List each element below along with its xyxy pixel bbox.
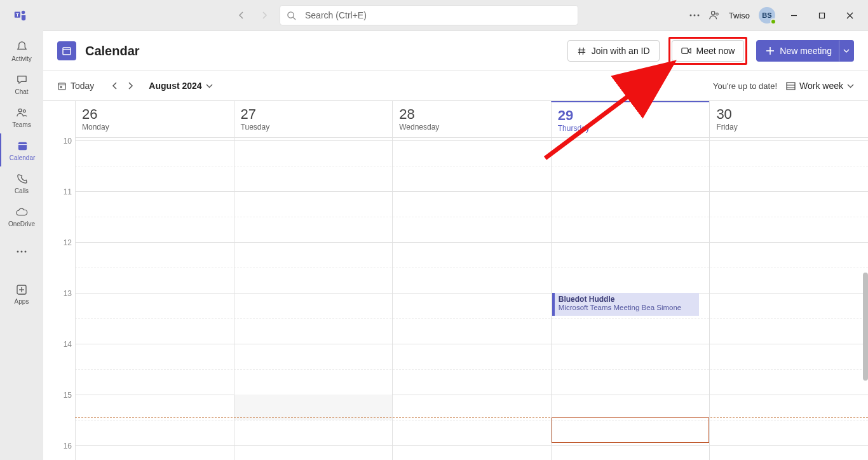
rail-chat[interactable]: Chat [0, 67, 43, 100]
meet-now-button[interactable]: Meet now [672, 40, 745, 62]
chevron-down-icon [847, 84, 854, 88]
forward-button[interactable] [255, 6, 273, 24]
svg-point-19 [21, 251, 23, 253]
teams-icon [16, 106, 28, 120]
rail-activity[interactable]: Activity [0, 34, 43, 67]
title-bar: T Search (Ctrl+E) Twiso BS [0, 0, 868, 30]
svg-rect-31 [60, 86, 62, 88]
rail-more[interactable] [0, 235, 43, 268]
calendar-badge-icon [57, 41, 76, 60]
calendar-main: Calendar Join with an ID Meet now New me… [43, 30, 868, 460]
phone-icon [16, 172, 28, 186]
svg-line-4 [293, 17, 295, 20]
month-picker[interactable]: August 2024 [149, 81, 212, 91]
search-icon [287, 11, 296, 20]
rail-calendar[interactable]: Calendar [0, 133, 43, 166]
svg-rect-11 [819, 13, 824, 18]
svg-point-7 [697, 15, 699, 17]
close-button[interactable] [840, 6, 859, 25]
join-with-id-button[interactable]: Join with an ID [567, 40, 660, 62]
current-time-indicator [75, 417, 868, 418]
event-bluedot-huddle[interactable]: Bluedot Huddle Microsoft Teams Meeting B… [552, 293, 700, 316]
username-label: Twiso [729, 11, 750, 20]
people-icon[interactable] [709, 10, 720, 21]
calendar-toolbar: Today August 2024 You're up to date! Wor… [43, 71, 868, 101]
list-icon [786, 82, 796, 90]
day-header-fri[interactable]: 30Friday [709, 101, 868, 137]
new-meeting-button[interactable]: New meeting [756, 40, 841, 62]
ellipsis-icon [17, 245, 27, 259]
col-mon[interactable] [75, 138, 234, 460]
col-fri[interactable] [709, 138, 868, 460]
meet-now-highlight: Meet now [668, 37, 748, 65]
chevron-down-icon [843, 49, 850, 53]
day-header-mon[interactable]: 26Monday [75, 101, 234, 137]
search-input[interactable]: Search (Ctrl+E) [280, 5, 578, 25]
time-gutter: 10 11 12 13 14 15 16 [43, 101, 75, 460]
back-button[interactable] [233, 6, 250, 24]
bell-icon [16, 40, 28, 54]
calendar-header: Calendar Join with an ID Meet now New me… [43, 31, 868, 71]
svg-point-20 [25, 251, 27, 253]
calendar-grid[interactable]: 26Monday 27Tuesday 28Wednesday 29Thursda… [43, 101, 868, 460]
maximize-button[interactable] [812, 6, 831, 25]
chevron-down-icon [206, 84, 213, 88]
minimize-button[interactable] [784, 6, 803, 25]
rail-onedrive[interactable]: OneDrive [0, 200, 43, 233]
col-thu[interactable]: Bluedot Huddle Microsoft Teams Meeting B… [551, 138, 710, 460]
page-title: Calendar [85, 44, 140, 58]
rail-calls[interactable]: Calls [0, 166, 43, 200]
hash-icon [577, 46, 587, 56]
svg-point-3 [288, 11, 294, 17]
presence-available-icon [770, 18, 776, 25]
sync-status: You're up to date! [713, 81, 777, 91]
svg-point-6 [693, 15, 695, 17]
svg-point-1 [22, 11, 25, 15]
svg-rect-24 [63, 48, 71, 55]
teams-logo-icon: T [5, 8, 36, 22]
selected-slot[interactable] [552, 417, 710, 443]
svg-point-14 [18, 109, 22, 112]
svg-rect-16 [18, 142, 26, 150]
col-wed[interactable] [392, 138, 551, 460]
date-nav [108, 79, 137, 93]
svg-text:T: T [16, 12, 19, 18]
calendar-icon [17, 139, 29, 153]
svg-point-9 [715, 13, 718, 15]
day-columns: Bluedot Huddle Microsoft Teams Meeting B… [75, 138, 868, 460]
more-options-button[interactable] [689, 14, 700, 17]
day-headers: 26Monday 27Tuesday 28Wednesday 29Thursda… [75, 101, 868, 138]
app-rail: Activity Chat Teams Calendar Calls OneDr… [0, 30, 43, 460]
rail-apps[interactable]: Apps [0, 277, 43, 310]
apps-icon [16, 283, 27, 297]
today-button[interactable]: Today [57, 81, 94, 91]
svg-rect-26 [681, 48, 688, 54]
video-icon [681, 47, 691, 55]
next-week-button[interactable] [123, 79, 137, 93]
rail-teams[interactable]: Teams [0, 100, 43, 133]
col-tue[interactable] [234, 138, 393, 460]
prev-week-button[interactable] [108, 79, 122, 93]
search-placeholder: Search (Ctrl+E) [305, 10, 367, 20]
scrollbar[interactable] [863, 273, 868, 381]
cloud-icon [15, 205, 28, 219]
view-switcher[interactable]: Work week [786, 81, 854, 91]
plus-icon [766, 46, 775, 55]
history-nav [233, 6, 273, 24]
svg-point-5 [689, 15, 691, 17]
new-meeting-dropdown[interactable] [839, 40, 854, 62]
today-icon [57, 81, 67, 91]
chat-icon [16, 73, 28, 87]
day-header-wed[interactable]: 28Wednesday [392, 101, 551, 137]
avatar[interactable]: BS [759, 7, 775, 24]
svg-point-8 [711, 11, 714, 15]
svg-point-18 [17, 251, 19, 253]
svg-rect-32 [787, 83, 795, 90]
day-header-thu[interactable]: 29Thursday [551, 101, 710, 137]
svg-point-15 [23, 110, 25, 112]
day-header-tue[interactable]: 27Tuesday [234, 101, 393, 137]
